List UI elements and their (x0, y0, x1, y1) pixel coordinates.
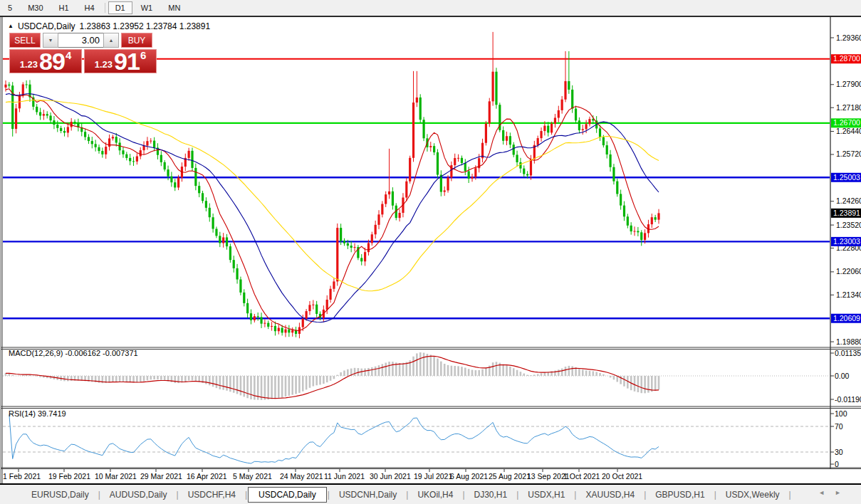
chevron-down-icon: ▼ (48, 38, 53, 43)
price-axis-tick: 1.19880 (836, 337, 861, 346)
date-axis-tick: 6 Aug 2021 (450, 472, 488, 481)
buy-price-pip: 6 (140, 50, 146, 61)
date-axis-tick: 10 Mar 2021 (95, 472, 137, 481)
chart-header: ▲ USDCAD,Daily 1.23863 1.23952 1.23784 1… (8, 21, 210, 31)
tab-dj30-h1[interactable]: DJ30,H1 (466, 488, 516, 502)
tab-audusd-daily[interactable]: AUDUSD,Daily (101, 488, 176, 502)
chart-canvas[interactable]: 1.293601.279001.271801.264401.257201.242… (0, 0, 861, 504)
buy-price-big: 91 (114, 51, 140, 72)
tab-scroll-right-icon[interactable]: ► (835, 489, 841, 496)
chart-symbol-label: USDCAD,Daily (18, 21, 75, 31)
rsi-indicator-label: RSI(14) 39.7419 (9, 409, 66, 418)
volume-input[interactable] (58, 33, 103, 48)
toolbar-separator (105, 3, 105, 13)
price-axis-tick: 1.26440 (836, 127, 861, 135)
sell-button[interactable]: SELL (9, 33, 41, 48)
collapse-chart-icon[interactable]: ▲ (8, 23, 14, 29)
symbol-tab-bar: EURUSD,Daily|AUDUSD,Daily|USDCHF,H4|USDC… (0, 485, 861, 504)
macd-axis-tick: 0.00 (835, 372, 850, 380)
sell-price-pip: 4 (66, 50, 71, 61)
one-click-trading-panel: SELL ▼ ▲ BUY 1.23 89 4 1.23 91 6 (9, 33, 157, 73)
date-axis-tick: 30 Jun 2021 (370, 472, 411, 481)
price-axis-badge: 1.28700 (833, 54, 860, 63)
tab-scroll-left-icon[interactable]: ◄ (818, 489, 825, 496)
buy-price-prefix: 1.23 (95, 60, 113, 69)
timeframe-toolbar: 5M30H1H4D1W1MN (0, 0, 861, 16)
macd-indicator-label: MACD(12,26,9) -0.006162 -0.007371 (9, 349, 138, 357)
price-axis-badge: 1.23891 (833, 209, 860, 217)
tab-gbpusd-h1[interactable]: GBPUSD,H1 (647, 488, 713, 502)
sell-price-prefix: 1.23 (20, 60, 38, 69)
tab-usdx-h1[interactable]: USDX,H1 (519, 488, 573, 502)
date-axis-tick: 1 Feb 2021 (3, 472, 41, 481)
date-axis-tick: 19 Jul 2021 (414, 472, 452, 481)
tab-usdx-weekly[interactable]: USDX,Weekly (717, 488, 788, 502)
chart-ohlc-values: 1.23863 1.23952 1.23784 1.23891 (80, 21, 211, 31)
buy-button[interactable]: BUY (121, 33, 152, 48)
rsi-axis-tick: 70 (835, 422, 843, 431)
date-axis-tick: 29 Mar 2021 (140, 472, 182, 481)
date-axis-tick: 1 Oct 2021 (563, 472, 600, 481)
trade-controls-row: SELL ▼ ▲ BUY (9, 33, 157, 48)
price-axis-tick: 1.22060 (836, 267, 861, 275)
volume-decrease-button[interactable]: ▼ (43, 33, 58, 48)
date-axis-tick: 11 Jun 2021 (324, 472, 365, 481)
price-axis-badge: 1.25003 (833, 173, 860, 182)
tab-eurusd-daily[interactable]: EURUSD,Daily (23, 488, 98, 502)
macd-axis-tick: 0.01135 (835, 349, 861, 357)
price-axis-badge: 1.23003 (833, 237, 860, 246)
rsi-axis-tick: 0 (835, 460, 839, 468)
timeframe-h4[interactable]: H4 (78, 1, 102, 14)
date-axis-tick: 16 Apr 2021 (187, 472, 227, 481)
timeframe-5[interactable]: 5 (1, 1, 19, 14)
price-axis-tick: 1.29360 (836, 33, 861, 42)
timeframe-w1[interactable]: W1 (134, 1, 160, 14)
tab-usdchf-h4[interactable]: USDCHF,H4 (179, 488, 244, 502)
rsi-axis-tick: 100 (835, 409, 847, 418)
price-axis-tick: 1.21340 (836, 290, 861, 299)
timeframe-mn[interactable]: MN (161, 1, 187, 14)
date-axis-tick: 20 Oct 2021 (602, 472, 642, 481)
tab-ukoil-h4[interactable]: UKOil,H4 (409, 488, 461, 502)
date-axis-tick: 5 May 2021 (233, 472, 272, 481)
tab-separator: | (788, 490, 792, 500)
macd-axis-tick: -0.011904 (835, 395, 861, 404)
price-axis-tick: 1.27180 (836, 103, 861, 112)
price-axis-tick: 1.25720 (836, 149, 861, 158)
tab-scroll-controls: ◄ ► (818, 489, 841, 496)
rsi-axis-tick: 30 (835, 448, 843, 456)
date-axis-tick: 24 May 2021 (280, 472, 323, 481)
price-axis-tick: 1.23520 (836, 221, 861, 229)
tab-xauusd-h4[interactable]: XAUUSD,H4 (577, 488, 643, 502)
date-axis-tick: 25 Aug 2021 (489, 472, 531, 481)
buy-price-tile[interactable]: 1.23 91 6 (84, 49, 157, 73)
price-axis-badge: 1.20609 (833, 314, 860, 322)
price-axis-tick: 1.24260 (836, 196, 861, 205)
tab-usdcnh-daily[interactable]: USDCNH,Daily (330, 488, 405, 502)
trade-price-tiles: 1.23 89 4 1.23 91 6 (9, 49, 157, 73)
sell-price-big: 89 (39, 51, 65, 72)
volume-increase-button[interactable]: ▲ (103, 33, 119, 48)
timeframe-h1[interactable]: H1 (52, 1, 76, 14)
price-axis-tick: 1.27900 (836, 80, 861, 88)
sell-price-tile[interactable]: 1.23 89 4 (9, 49, 82, 73)
chevron-up-icon: ▲ (109, 38, 114, 43)
mt4-window: { "toolbar": { "timeframes": [ {"label":… (0, 0, 861, 504)
price-axis-badge: 1.26700 (833, 118, 860, 127)
tab-usdcad-daily[interactable]: USDCAD,Daily (248, 487, 327, 503)
date-axis-tick: 19 Feb 2021 (48, 472, 90, 481)
timeframe-d1[interactable]: D1 (108, 1, 132, 14)
timeframe-m30[interactable]: M30 (21, 1, 50, 14)
